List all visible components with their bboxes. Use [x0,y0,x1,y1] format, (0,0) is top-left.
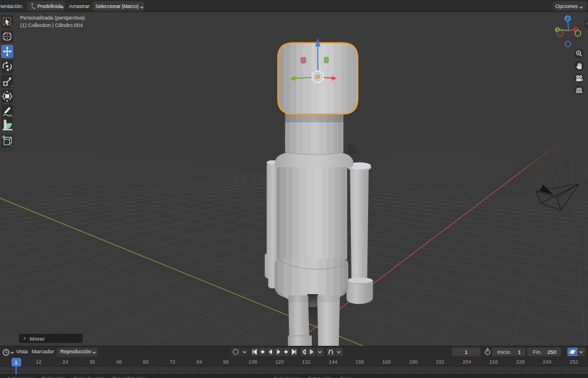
svg-text:Z: Z [566,16,569,21]
